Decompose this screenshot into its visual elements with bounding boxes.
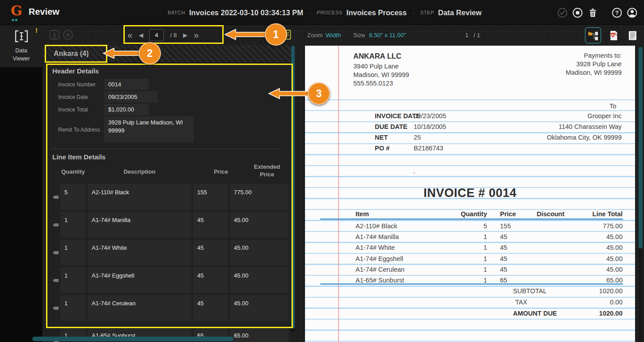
price-cell[interactable]: 45 <box>193 267 228 293</box>
header-details-title: Header Details <box>52 67 99 75</box>
row-selector-icon[interactable] <box>53 251 59 254</box>
extended-price-cell[interactable]: 45.00 <box>230 212 288 238</box>
batch-tree-view-button[interactable] <box>585 27 601 43</box>
svg-text:?: ? <box>615 9 619 16</box>
column-header-quantity: Quantity <box>61 168 85 175</box>
breadcrumb-separator: · <box>307 9 313 16</box>
batch-value: Invoices 2022-03-10 03:34:13 PM <box>189 9 303 17</box>
row-selector-icon[interactable] <box>53 223 59 227</box>
top-bar: G ◆◆ Review BATCH Invoices 2022-03-10 03… <box>0 0 644 25</box>
page-current: 1 <box>465 32 469 38</box>
top-bar-actions: ? <box>557 0 638 25</box>
invoice-total-field[interactable]: $1,020.00 <box>104 104 149 115</box>
last-document-button[interactable]: » <box>194 30 199 39</box>
document-tab-ankara[interactable]: Ankara (4) <box>42 45 291 63</box>
doc-price: 45 <box>500 266 507 273</box>
user-account-icon[interactable] <box>627 7 638 18</box>
table-header-rule <box>320 218 623 220</box>
extended-price-cell[interactable]: 65.00 <box>230 327 288 342</box>
help-icon[interactable]: ? <box>611 7 623 18</box>
tax-value: 0.00 <box>555 299 623 306</box>
quantity-cell[interactable]: 1 <box>60 212 86 238</box>
scrollbar-thumb[interactable] <box>639 47 643 248</box>
line-item-row: 1 A1-74# White 45 45.00 <box>42 239 291 265</box>
callout-number-3: 3 <box>308 82 330 105</box>
export-pdf-icon[interactable] <box>608 30 619 41</box>
doc-line-total: 65.00 <box>555 277 623 284</box>
invoice-company-line: 3940 Pulp Lane <box>353 63 399 70</box>
description-cell[interactable]: A1-74# Eggshell <box>88 267 191 293</box>
invoice-document-image[interactable]: ANKARA LLC 3940 Pulp Lane Madison, WI 99… <box>305 46 635 342</box>
doc-column-quantity: Quantity <box>430 210 487 218</box>
grooper-logo-letter: G <box>11 3 26 18</box>
quantity-cell[interactable]: 1 <box>60 239 86 265</box>
zoom-mode-select[interactable]: Width <box>326 32 341 38</box>
invoice-date-field[interactable]: 09/23/2005 <box>104 91 158 103</box>
view-text-icon[interactable] <box>627 30 638 41</box>
previous-document-button[interactable]: ◀ <box>139 32 143 38</box>
doc-line-total: 45.00 <box>555 255 623 262</box>
extended-price-cell[interactable]: 775.00 <box>230 184 288 210</box>
bill-to-line: Grooper Inc <box>587 112 622 120</box>
price-cell[interactable]: 45 <box>193 239 228 265</box>
price-cell[interactable]: 45 <box>193 212 228 238</box>
row-selector-icon[interactable] <box>53 279 59 282</box>
extended-price-cell[interactable]: 45.00 <box>230 267 288 293</box>
description-cell[interactable]: A2-110# Black <box>88 184 191 210</box>
next-document-button[interactable]: ▶ <box>183 32 187 38</box>
doc-column-item: Item <box>356 210 369 218</box>
page-title: Review <box>29 7 59 17</box>
doc-line-total: 775.00 <box>555 222 623 230</box>
invoice-title: INVOICE # 0014 <box>305 186 635 200</box>
price-cell[interactable]: 155 <box>193 184 228 210</box>
subtotal-value: 1020.00 <box>555 287 623 295</box>
stop-icon[interactable] <box>572 7 583 18</box>
viewer-scrollbar[interactable] <box>639 47 643 340</box>
quantity-cell[interactable]: 1 <box>60 267 86 293</box>
scan-artifact-dot <box>414 172 415 174</box>
left-sidebar: ! Data Viewer <box>0 25 42 342</box>
description-cell[interactable]: A1-74# Cerulean <box>88 295 191 321</box>
delete-icon[interactable] <box>587 7 598 18</box>
extended-price-cell[interactable]: 45.00 <box>230 239 288 265</box>
doc-price: 155 <box>500 222 511 230</box>
doc-quantity: 1 <box>430 244 487 251</box>
invoice-company-name: ANKARA LLC <box>353 52 402 60</box>
size-value: 8.50" x 11.00" <box>369 32 406 38</box>
process-value: Invoices Process <box>347 9 407 17</box>
column-header-price: Price <box>193 168 228 175</box>
document-count-label: / 8 <box>170 32 177 38</box>
grooper-logo[interactable]: G ◆◆ <box>11 3 26 23</box>
description-cell[interactable]: A1-74# Manilla <box>88 212 191 238</box>
row-selector-icon[interactable] <box>53 307 59 310</box>
sidebar-item-data-viewer[interactable]: ! Data Viewer <box>0 25 42 67</box>
callout-arrow-2 <box>102 47 141 60</box>
page-indicator: 1 / 1 <box>465 32 480 38</box>
line-item-details-title: Line Item Details <box>52 153 106 161</box>
row-selector-icon[interactable] <box>53 196 59 199</box>
doc-quantity: 1 <box>430 255 487 262</box>
price-cell[interactable]: 45 <box>193 295 228 321</box>
quantity-cell[interactable]: 5 <box>60 184 86 210</box>
image-viewer-panel: Zoom Width Size 8.50" x 11.00" 1 / 1 <box>295 25 644 342</box>
line-item-row: 1 A1-74# Eggshell 45 45.00 <box>42 267 291 293</box>
amount-due-value: 1020.00 <box>555 310 623 317</box>
invoice-number-label: Invoice Number <box>58 81 96 88</box>
remit-to-address-field[interactable]: 3928 Pulp Lane Madison, WI 99999 <box>104 116 194 142</box>
horizontal-scrollbar[interactable] <box>32 337 233 341</box>
doc-item: A1-74# Manilla <box>356 233 399 240</box>
amount-due-label: AMOUNT DUE <box>513 310 557 317</box>
grooper-review-window: G ◆◆ Review BATCH Invoices 2022-03-10 03… <box>0 0 644 342</box>
tax-label: TAX <box>515 299 527 306</box>
quantity-cell[interactable]: 1 <box>60 295 86 321</box>
document-number-input[interactable] <box>149 29 164 41</box>
doc-price: 45 <box>500 233 507 240</box>
extended-price-cell[interactable]: 45.00 <box>230 295 288 321</box>
description-cell[interactable]: A1-74# White <box>88 239 191 265</box>
doc-quantity: 1 <box>430 277 487 284</box>
line-item-row: 1 A1-74# Cerulean 45 45.00 <box>42 295 291 321</box>
invoice-number-field[interactable]: 0014 <box>104 79 149 90</box>
document-tab-label: Ankara (4) <box>54 45 89 63</box>
first-document-button[interactable]: « <box>127 30 132 39</box>
complete-task-icon <box>557 7 568 18</box>
